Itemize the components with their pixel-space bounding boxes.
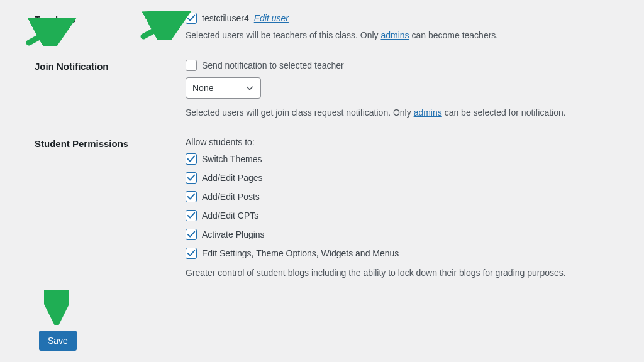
teacher-user-line: testctiluser4 Edit user xyxy=(186,13,619,24)
check-icon xyxy=(187,14,196,23)
check-icon xyxy=(187,249,196,258)
teacher-select[interactable]: None xyxy=(186,77,261,99)
permissions-intro: Allow students to: xyxy=(186,137,619,147)
check-icon xyxy=(187,155,196,163)
permission-checkbox[interactable] xyxy=(186,248,197,259)
permission-label: Add/Edit Posts xyxy=(202,192,260,202)
permission-checkbox[interactable] xyxy=(186,191,197,202)
permission-label: Add/Edit Pages xyxy=(202,173,263,183)
arrow-annotation-icon xyxy=(44,290,69,325)
send-notification-label: Send notification to selected teacher xyxy=(202,60,344,70)
admins-link-2[interactable]: admins xyxy=(414,107,442,118)
permissions-help: Greater control of student blogs includi… xyxy=(186,266,619,280)
teacher-select-value: None xyxy=(192,83,213,93)
permission-checkbox[interactable] xyxy=(186,172,197,184)
teachers-help-pre: Selected users will be teachers of this … xyxy=(186,30,380,40)
join-notification-label: Join Notification xyxy=(35,60,186,72)
save-button[interactable]: Save xyxy=(39,331,77,351)
chevron-down-icon xyxy=(245,84,254,92)
join-help-post: can be selected for notification. xyxy=(442,107,566,118)
teachers-help: Selected users will be teachers of this … xyxy=(186,29,619,42)
permission-item: Edit Settings, Theme Options, Widgets an… xyxy=(186,248,619,259)
permission-item: Add/Edit Posts xyxy=(186,191,619,202)
permission-checkbox[interactable] xyxy=(186,153,197,165)
check-icon xyxy=(187,192,196,201)
permission-label: Switch Themes xyxy=(202,154,262,164)
teacher-username: testctiluser4 xyxy=(202,13,249,23)
permission-checkbox[interactable] xyxy=(186,210,197,221)
teachers-help-post: can become teachers. xyxy=(409,30,499,40)
teachers-content: testctiluser4 Edit user Selected users w… xyxy=(186,13,619,42)
send-notification-checkbox[interactable] xyxy=(186,60,197,71)
join-notification-row: Join Notification Send notification to s… xyxy=(35,60,619,119)
teachers-label: Teachers xyxy=(35,13,186,25)
permission-item: Add/Edit CPTs xyxy=(186,210,619,221)
join-notification-content: Send notification to selected teacher No… xyxy=(186,60,619,119)
permission-item: Switch Themes xyxy=(186,153,619,165)
permission-item: Activate Plugins xyxy=(186,229,619,240)
check-icon xyxy=(187,173,196,182)
permission-checkbox[interactable] xyxy=(186,229,197,240)
join-help-pre: Selected users will get join class reque… xyxy=(186,107,414,118)
teacher-checkbox[interactable] xyxy=(186,13,197,24)
check-icon xyxy=(187,230,196,239)
check-icon xyxy=(187,211,196,220)
student-permissions-content: Allow students to: Switch ThemesAdd/Edit… xyxy=(186,137,619,280)
permission-label: Edit Settings, Theme Options, Widgets an… xyxy=(202,248,399,258)
teachers-row: Teachers testctiluser4 Edit user Selecte… xyxy=(35,13,619,42)
student-permissions-row: Student Permissions Allow students to: S… xyxy=(35,137,619,280)
join-notification-help: Selected users will get join class reque… xyxy=(186,106,619,119)
permission-item: Add/Edit Pages xyxy=(186,172,619,184)
permission-label: Activate Plugins xyxy=(202,229,265,239)
edit-user-link[interactable]: Edit user xyxy=(254,13,289,23)
admins-link[interactable]: admins xyxy=(380,30,409,40)
student-permissions-label: Student Permissions xyxy=(35,137,186,149)
permissions-list: Switch ThemesAdd/Edit PagesAdd/Edit Post… xyxy=(186,153,619,259)
join-notification-line: Send notification to selected teacher xyxy=(186,60,619,71)
permission-label: Add/Edit CPTs xyxy=(202,211,258,221)
